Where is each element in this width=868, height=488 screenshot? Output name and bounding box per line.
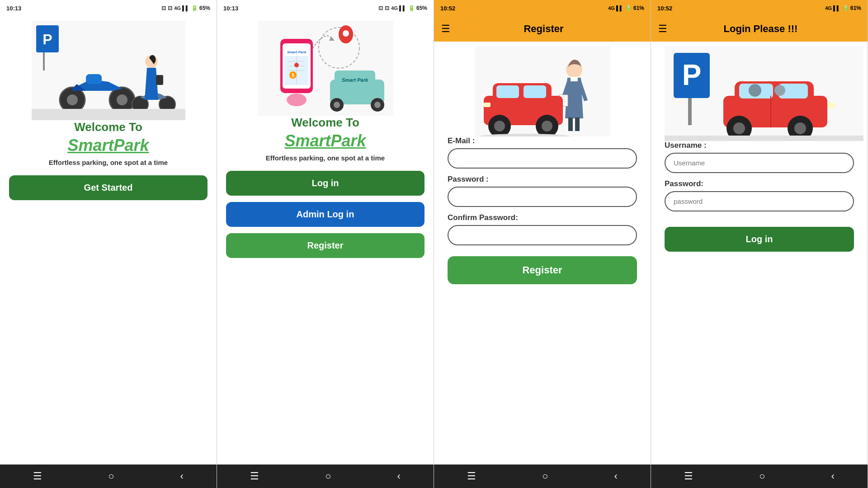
svg-rect-42: [575, 117, 580, 131]
status-bar-4: 10:52 4G ▌▌ 🔋 61%: [651, 0, 868, 16]
back-nav-icon-4[interactable]: ‹: [831, 470, 835, 482]
svg-text:$: $: [292, 73, 294, 78]
svg-text:Smart Park: Smart Park: [287, 50, 306, 54]
status-icons-1: ⊡ ⊡ 4G ▌▌ 🔋 65%: [161, 5, 210, 11]
header-title-3: Register: [458, 23, 643, 35]
password-input-3[interactable]: [448, 187, 637, 207]
register-button[interactable]: Register: [226, 233, 425, 258]
car-illustration-3: [475, 46, 610, 136]
status-icons-4: 4G ▌▌ 🔋 61%: [825, 5, 861, 11]
back-nav-icon-3[interactable]: ‹: [614, 470, 618, 482]
svg-rect-55: [484, 103, 491, 107]
screen1: 10:13 ⊡ ⊡ 4G ▌▌ 🔋 65% P: [0, 0, 217, 488]
time-3: 10:52: [440, 5, 455, 12]
svg-point-54: [542, 121, 552, 131]
svg-rect-41: [568, 117, 573, 131]
screen1-content: P: [0, 16, 217, 465]
svg-point-36: [287, 94, 307, 106]
screen3-content: E-Mail : Password : Confirm Password: Re…: [434, 42, 651, 465]
home-nav-icon-3[interactable]: ○: [542, 470, 548, 482]
svg-rect-13: [32, 109, 185, 120]
screen3: 10:52 4G ▌▌ 🔋 61% ☰ Register: [434, 0, 651, 488]
login-submit-button[interactable]: Log in: [665, 227, 854, 252]
get-started-button[interactable]: Get Started: [9, 175, 208, 200]
motorcycle-illustration: P: [32, 21, 185, 120]
svg-point-71: [749, 84, 761, 97]
confirm-password-label: Confirm Password:: [448, 213, 637, 222]
smartpark-title-2: SmartPark: [284, 131, 366, 150]
status-bar-3: 10:52 4G ▌▌ 🔋 61%: [434, 0, 651, 16]
screen2-content: Smart Park Smart Park: [217, 16, 434, 465]
admin-login-button[interactable]: Admin Log in: [226, 202, 425, 227]
svg-point-22: [334, 102, 340, 108]
header-bar-4: ☰ Login Please !!!: [651, 16, 868, 42]
welcome-to-1: Welcome To: [74, 120, 142, 134]
status-bar-2: 10:13 ⊡ ⊡ 4G ▌▌ 🔋 65%: [217, 0, 434, 16]
username-input[interactable]: [665, 153, 854, 173]
menu-nav-icon-1[interactable]: ☰: [33, 470, 42, 482]
time-4: 10:52: [657, 5, 672, 12]
home-nav-icon-2[interactable]: ○: [325, 470, 331, 482]
welcome-to-2: Welcome To: [291, 116, 359, 130]
svg-text:P: P: [682, 59, 702, 91]
svg-rect-12: [156, 75, 163, 85]
header-bar-3: ☰ Register: [434, 16, 651, 42]
screen4: 10:52 4G ▌▌ 🔋 61% ☰ Login Please !!! P: [651, 0, 868, 488]
confirm-password-input[interactable]: [448, 225, 637, 245]
tagline-1: Effortless parking, one spot at a time: [49, 159, 168, 166]
svg-point-7: [117, 94, 127, 105]
svg-rect-40: [571, 77, 578, 81]
svg-point-52: [494, 121, 505, 131]
svg-point-68: [794, 122, 806, 134]
time-1: 10:13: [6, 5, 21, 12]
svg-rect-60: [688, 98, 692, 125]
menu-nav-icon-3[interactable]: ☰: [467, 470, 476, 482]
header-title-4: Login Please !!!: [675, 23, 860, 35]
svg-point-17: [343, 30, 349, 37]
svg-point-24: [374, 102, 381, 108]
svg-rect-8: [86, 74, 102, 84]
home-nav-icon-1[interactable]: ○: [108, 470, 114, 482]
svg-text:P: P: [42, 31, 52, 47]
login-button[interactable]: Log in: [226, 171, 425, 196]
hamburger-menu-icon-4[interactable]: ☰: [658, 23, 667, 35]
car-illustration-4: P: [665, 46, 854, 141]
tagline-2: Effortless parking, one spot at a time: [266, 154, 385, 162]
svg-text:Smart Park: Smart Park: [341, 77, 368, 83]
bottom-nav-3: ☰ ○ ‹: [434, 465, 651, 488]
screen4-content: P: [651, 42, 868, 465]
bottom-nav-1: ☰ ○ ‹: [0, 465, 217, 488]
email-label: E-Mail :: [448, 136, 637, 145]
svg-rect-3: [43, 52, 45, 70]
time-2: 10:13: [223, 5, 238, 12]
svg-point-72: [774, 85, 785, 96]
hamburger-menu-icon-3[interactable]: ☰: [441, 23, 450, 35]
phone-app-illustration: Smart Park Smart Park: [258, 21, 393, 116]
password-label-3: Password :: [448, 175, 637, 184]
menu-nav-icon-4[interactable]: ☰: [684, 470, 693, 482]
svg-point-66: [733, 122, 745, 134]
bottom-nav-4: ☰ ○ ‹: [651, 465, 868, 488]
svg-rect-50: [524, 85, 546, 98]
register-submit-button[interactable]: Register: [448, 256, 637, 284]
password-input-4[interactable]: [665, 191, 854, 211]
status-bar-1: 10:13 ⊡ ⊡ 4G ▌▌ 🔋 65%: [0, 0, 217, 16]
screen2: 10:13 ⊡ ⊡ 4G ▌▌ 🔋 65% Smart Park: [217, 0, 434, 488]
home-nav-icon-4[interactable]: ○: [759, 470, 765, 482]
menu-nav-icon-2[interactable]: ☰: [250, 470, 259, 482]
smartpark-title-1: SmartPark: [67, 136, 149, 155]
svg-rect-69: [827, 103, 835, 108]
svg-point-5: [67, 94, 78, 105]
svg-rect-73: [665, 136, 863, 141]
username-label: Username :: [665, 141, 854, 150]
svg-point-33: [294, 63, 299, 67]
email-input[interactable]: [448, 148, 637, 169]
back-nav-icon-2[interactable]: ‹: [397, 470, 401, 482]
svg-rect-49: [496, 85, 519, 98]
back-nav-icon-1[interactable]: ‹: [180, 470, 184, 482]
status-icons-2: ⊡ ⊡ 4G ▌▌ 🔋 65%: [378, 5, 427, 11]
password-label-4: Password:: [665, 179, 854, 188]
status-icons-3: 4G ▌▌ 🔋 61%: [608, 5, 644, 11]
bottom-nav-2: ☰ ○ ‹: [217, 465, 434, 488]
